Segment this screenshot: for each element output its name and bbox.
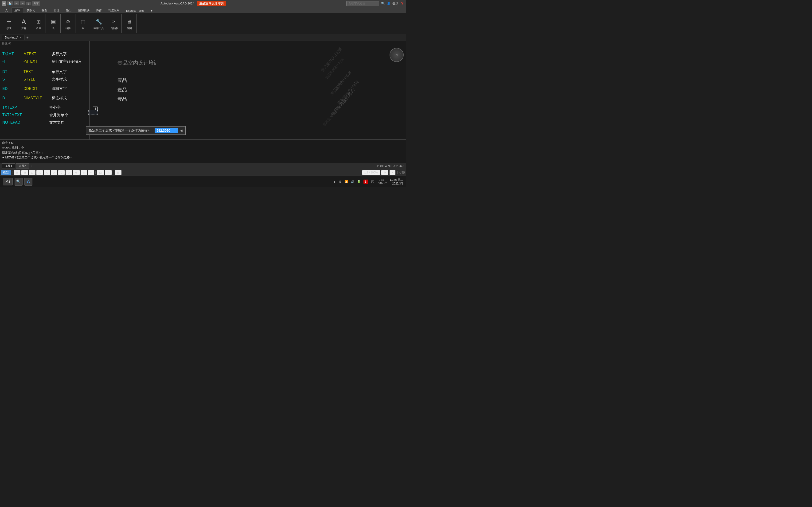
polar-button[interactable]: △ — [37, 170, 43, 175]
command-line-prompt: 命令：M — [2, 140, 404, 146]
ribbon-item-modify[interactable]: ✛ 修改 — [4, 17, 14, 31]
tab-view[interactable]: 视图 — [39, 7, 50, 13]
tab-more[interactable]: ▼ — [147, 8, 156, 13]
table-row: NOTEPAD 文本文档 — [2, 119, 159, 126]
ribbon-item-annotate[interactable]: A 注释 — [18, 17, 29, 31]
clipboard-icon: ✂ — [110, 17, 119, 26]
search-icon[interactable]: 🔍 — [381, 2, 385, 5]
qp-button[interactable]: ○ — [88, 170, 94, 175]
otrack-button[interactable]: ▷ — [51, 170, 57, 175]
tab-addons[interactable]: 附加模块 — [75, 7, 93, 13]
tab-manage[interactable]: 管理 — [51, 7, 62, 13]
cmd-shortcut: TXT2MTXT — [2, 111, 49, 119]
ws-button[interactable]: ◲ — [105, 170, 112, 175]
share-button[interactable]: 共享 — [32, 1, 40, 6]
group-label: 组 — [82, 26, 84, 30]
tab-collab[interactable]: 协作 — [93, 7, 105, 13]
ortho-button[interactable]: ◻ — [29, 170, 36, 175]
clock-time: 11:46 周二 — [390, 178, 403, 182]
model-button[interactable]: 模型 — [1, 170, 11, 175]
save-button[interactable]: 💾 — [7, 1, 13, 5]
dynin-button[interactable]: ⊙ — [65, 170, 72, 175]
tray-tool-button[interactable]: A — [24, 178, 33, 186]
clock-display: 11:46 周二 2022/3/1 — [390, 178, 403, 185]
help-icon[interactable]: ❓ — [400, 2, 404, 5]
table-row: TXT2MTXT 合并为单个 — [2, 111, 159, 119]
doc-tab-add-button[interactable]: + — [26, 36, 30, 40]
layout-tab-2[interactable]: 布局2 — [16, 163, 29, 169]
ribbon-item-block[interactable]: ▣ 块 — [48, 17, 58, 31]
grid-button[interactable]: ⊞ — [14, 170, 20, 175]
cmd-desc: 多行文字命令输入 — [52, 58, 103, 68]
ribbon-item-group[interactable]: ◫ 组 — [78, 17, 88, 31]
ducs-button[interactable]: ▽ — [58, 170, 65, 175]
canvas-area[interactable]: 维线框] T或MT MTEXT 多行文字 -T -MTEXT 多行文字命令输入 … — [0, 41, 406, 139]
tray-input-icon[interactable]: S — [363, 180, 368, 184]
ai-badge[interactable]: Ai — [3, 178, 13, 185]
undo-button[interactable]: ↩ — [14, 1, 19, 5]
layout-tab-1[interactable]: 布局1 — [2, 163, 15, 169]
isolate-button[interactable]: ▦ — [115, 170, 121, 175]
title-bar: A 💾 ↩ ↪ 🖨 共享 Autodesk AutoCAD 2024 壹品室内设… — [0, 0, 406, 7]
tab-input[interactable]: 入 — [2, 7, 11, 13]
osnap-button[interactable]: ◁ — [44, 170, 50, 175]
login-button[interactable]: 登录 — [392, 1, 399, 6]
table-row: ST STYLE 文字样式 壹品 — [2, 75, 159, 85]
watermark-area: 壹品室内设计培训 壹品室内设计培训 壹品室内设计培训 壹品室内设计培训 壹品室内… — [307, 43, 378, 137]
app-title: Autodesk AutoCAD 2024 — [160, 2, 194, 5]
table-row: TXTEXP 空心字 — [2, 104, 159, 111]
tray-up-icon[interactable]: ▲ — [333, 180, 336, 183]
tab-output[interactable]: 输出 — [63, 7, 75, 13]
print-button[interactable]: 🖨 — [26, 2, 31, 5]
cmd-desc: 文本文档 — [49, 119, 101, 126]
tab-featured[interactable]: 精选应用 — [105, 7, 123, 13]
lweight-button[interactable]: ⊕ — [73, 170, 80, 175]
tooltip-value-input[interactable] — [155, 128, 178, 133]
layers-icon: ⊞ — [34, 17, 43, 26]
tab-params[interactable]: 参数化 — [23, 7, 38, 13]
tray-search-button[interactable]: 🔍 — [14, 178, 22, 186]
zoom-ratio-button[interactable]: 1:1 / 100% — [362, 170, 380, 175]
tab-annotation[interactable]: 注释 — [11, 7, 23, 13]
cmd-desc: 文字样式 — [52, 75, 103, 85]
group-icon: ◫ — [79, 17, 87, 26]
ribbon-item-utilities[interactable]: 🔧 实用工具 — [93, 17, 105, 31]
cmd-shortcut: TXTEXP — [2, 104, 49, 111]
canvas-table: T或MT MTEXT 多行文字 -T -MTEXT 多行文字命令输入 壹品室内设… — [2, 50, 159, 126]
ribbon-group-annotate: A 注释 — [17, 14, 31, 33]
ribbon-group-layers: ⊞ 图层 — [32, 14, 46, 33]
ribbon-group-utilities: 🔧 实用工具 — [91, 14, 107, 33]
tray-lang-button[interactable]: 英 — [371, 180, 374, 183]
memory-label: 已用内存 — [376, 181, 387, 185]
selection-box — [88, 110, 98, 115]
zoom-in-button[interactable]: + — [390, 170, 395, 175]
layout-add-button[interactable]: + — [30, 164, 34, 168]
ribbon-item-clipboard[interactable]: ✂ 剪贴板 — [109, 17, 119, 31]
search-input[interactable] — [346, 1, 379, 6]
title-bar-center: Autodesk AutoCAD 2024 壹品室内设计培训 — [40, 1, 346, 6]
ribbon-item-viewmgr[interactable]: 🖥 视图 — [124, 17, 135, 31]
cmd-shortcut: D — [2, 94, 23, 104]
props-icon: ⚙ — [64, 17, 72, 26]
cmd-desc: 编辑文字 — [52, 85, 103, 94]
tspace-button[interactable]: ⊗ — [81, 170, 87, 175]
redo-button[interactable]: ↪ — [20, 1, 25, 5]
doc-tab-close-button[interactable]: ✕ — [19, 36, 21, 39]
doc-tab-drawing1[interactable]: Drawing1* ✕ — [2, 35, 24, 40]
user-icon[interactable]: 👤 — [387, 2, 391, 5]
bottom-toolbar: 模型 ⊞ ⊟ ◻ △ ◁ ▷ ▽ ⊙ ⊕ ⊗ ○ ◱ ◲ ▦ 1:1 / 100… — [0, 169, 406, 176]
snap-button[interactable]: ⊟ — [21, 170, 28, 175]
toolbar-right: 1:1 / 100% ⚙ + 小数 — [362, 170, 405, 175]
brand-label: 壹品室内设计培训 — [197, 1, 226, 6]
ribbon-item-layers[interactable]: ⊞ 图层 — [33, 17, 44, 31]
ribbon-item-props[interactable]: ⚙ 特性 — [63, 17, 73, 31]
anno-button[interactable]: ◱ — [97, 170, 104, 175]
cmd-shortcut: -T — [2, 58, 23, 68]
title-bar-right: 🔍 👤 登录 ❓ — [346, 1, 404, 6]
app-icon: A — [2, 1, 6, 6]
cmd-desc: 单行文字 — [52, 68, 103, 75]
tab-express[interactable]: Express Tools — [123, 8, 147, 13]
nav-wheel[interactable]: 西 — [390, 48, 404, 62]
viewmgr-label: 视图 — [126, 26, 132, 30]
settings-button[interactable]: ⚙ — [381, 170, 388, 175]
